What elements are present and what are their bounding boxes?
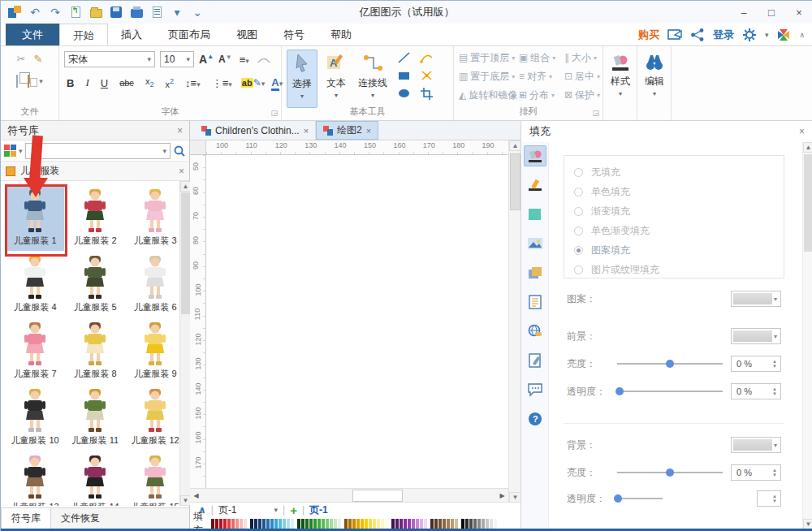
arrange-item[interactable]: ▤置于顶层▾ bbox=[459, 50, 519, 65]
fill-color-swatch[interactable] bbox=[215, 519, 218, 529]
menu-tab-插入[interactable]: 插入 bbox=[108, 24, 155, 45]
fill-color-swatch[interactable] bbox=[486, 519, 489, 529]
fg-brightness-slider[interactable] bbox=[617, 363, 723, 365]
strikethrough-icon[interactable]: abc bbox=[117, 77, 136, 88]
settings-gear-icon[interactable] bbox=[742, 28, 757, 42]
fill-color-swatch[interactable] bbox=[469, 519, 473, 529]
radio-icon[interactable] bbox=[574, 207, 583, 216]
radio-icon[interactable] bbox=[574, 246, 583, 255]
fill-color-swatch[interactable] bbox=[365, 519, 368, 529]
bg-brightness-slider[interactable] bbox=[617, 472, 723, 473]
fill-color-swatch[interactable] bbox=[258, 519, 261, 529]
help-icon[interactable]: ? bbox=[524, 408, 546, 430]
fg-transparency-spinner[interactable]: 0 %▲▼ bbox=[731, 383, 781, 399]
line-shape-icon[interactable] bbox=[397, 51, 412, 64]
scroll-up-icon[interactable]: ▲ bbox=[509, 140, 521, 151]
share-icon[interactable] bbox=[690, 28, 705, 42]
superscript-icon[interactable]: x2 bbox=[162, 76, 176, 90]
scroll-down-icon[interactable]: ▼ bbox=[509, 492, 521, 503]
fill-panel-close-icon[interactable]: × bbox=[799, 126, 805, 137]
horizontal-scroll-thumb[interactable] bbox=[352, 490, 403, 502]
menu-tab-file[interactable]: 文件 bbox=[6, 24, 59, 45]
fill-color-swatch[interactable] bbox=[356, 519, 360, 529]
fill-color-swatch[interactable] bbox=[231, 519, 235, 529]
menu-tab-开始[interactable]: 开始 bbox=[59, 24, 108, 45]
underline-icon[interactable]: U bbox=[98, 76, 110, 90]
fill-option-无填充[interactable]: 无填充 bbox=[574, 162, 784, 182]
feedback-icon[interactable] bbox=[667, 28, 682, 42]
fill-color-swatch[interactable] bbox=[412, 519, 415, 529]
symbol-item[interactable]: 儿童服装 10 bbox=[6, 384, 64, 451]
bg-brightness-spinner[interactable]: 0 %▲▼ bbox=[731, 464, 781, 481]
document-tab[interactable]: 绘图2× bbox=[316, 121, 378, 140]
select-tool-button[interactable]: 选择▾ bbox=[287, 50, 317, 108]
vertical-scrollbar[interactable]: ▲ ▼ bbox=[508, 140, 520, 503]
login-link[interactable]: 登录 bbox=[713, 28, 734, 42]
fill-color-swatch[interactable] bbox=[461, 519, 464, 529]
close-button[interactable]: × bbox=[785, 2, 812, 23]
fill-color-swatch[interactable] bbox=[250, 519, 253, 529]
fill-panel-scrollbar[interactable]: ▲ ▼ bbox=[802, 142, 812, 529]
edit-button[interactable]: 编辑▾ bbox=[639, 50, 670, 108]
scroll-right-icon[interactable]: ▶ bbox=[496, 490, 508, 502]
fill-color-swatch[interactable] bbox=[434, 519, 438, 529]
arc-text-icon[interactable] bbox=[257, 54, 271, 64]
fill-color-swatch[interactable] bbox=[274, 519, 278, 529]
fill-option-单色填充[interactable]: 单色填充 bbox=[574, 182, 784, 201]
fill-color-swatch[interactable] bbox=[381, 519, 384, 529]
symbol-item[interactable]: 儿童服装 13 bbox=[6, 451, 64, 506]
document-tab-close-icon[interactable]: × bbox=[366, 126, 371, 136]
fill-color-swatch[interactable] bbox=[451, 519, 454, 529]
decrease-font-icon[interactable]: A▼ bbox=[218, 54, 232, 65]
fill-color-swatch[interactable] bbox=[344, 519, 348, 529]
library-search-input[interactable]: ▾ bbox=[25, 143, 171, 159]
background-swatch-dropdown[interactable]: ▾ bbox=[731, 437, 781, 453]
fill-color-swatch[interactable] bbox=[447, 519, 450, 529]
comment-icon[interactable] bbox=[524, 379, 546, 400]
fill-color-swatch[interactable] bbox=[404, 519, 407, 529]
fill-color-swatch[interactable] bbox=[283, 519, 286, 529]
arrange-item[interactable]: ∥大小▾ bbox=[564, 50, 600, 65]
fg-transparency-slider[interactable] bbox=[617, 391, 723, 392]
pencil-shape-icon[interactable] bbox=[420, 69, 434, 82]
left-panel-tab-文件恢复[interactable]: 文件恢复 bbox=[51, 508, 110, 529]
symbol-item[interactable]: 儿童服装 15 bbox=[126, 451, 179, 506]
bold-icon[interactable]: B bbox=[64, 76, 76, 90]
fill-color-swatch[interactable] bbox=[266, 519, 270, 529]
fill-color-swatch[interactable] bbox=[279, 519, 282, 529]
fill-color-swatch[interactable] bbox=[395, 519, 399, 529]
arrange-item[interactable]: ⊠保护▾ bbox=[564, 88, 600, 102]
fill-color-swatch[interactable] bbox=[223, 519, 227, 529]
fg-brightness-spinner[interactable]: 0 %▲▼ bbox=[731, 356, 781, 372]
edit-note-icon[interactable] bbox=[524, 350, 546, 371]
fill-color-swatch[interactable] bbox=[408, 519, 411, 529]
arrange-item[interactable]: ▣组合▾ bbox=[519, 50, 564, 65]
note-icon[interactable] bbox=[524, 291, 546, 313]
line-spacing-icon[interactable]: ↕≡▾ bbox=[183, 76, 203, 90]
fill-color-swatch[interactable] bbox=[490, 519, 493, 529]
fill-color-swatch[interactable] bbox=[494, 519, 497, 529]
fill-color-swatch[interactable] bbox=[377, 519, 380, 529]
paste-dropdown-icon[interactable]: ▾ bbox=[39, 77, 43, 85]
paste-icon[interactable] bbox=[28, 76, 29, 87]
symbol-item[interactable]: 儿童服装 9 bbox=[126, 317, 179, 384]
menu-tab-符号[interactable]: 符号 bbox=[270, 24, 317, 45]
fill-color-swatch[interactable] bbox=[482, 519, 485, 529]
active-page-tab[interactable]: 页-1 bbox=[309, 503, 328, 517]
italic-icon[interactable]: I bbox=[83, 76, 91, 90]
fill-color-swatch[interactable] bbox=[305, 519, 309, 529]
copy-icon[interactable] bbox=[16, 76, 18, 87]
add-page-button[interactable]: + bbox=[290, 503, 297, 517]
bg-transparency-slider[interactable] bbox=[617, 498, 663, 499]
fill-color-swatch[interactable] bbox=[301, 519, 304, 529]
minimize-button[interactable]: – bbox=[730, 2, 758, 23]
fill-color-swatch[interactable] bbox=[416, 519, 419, 529]
fill-scroll-thumb[interactable] bbox=[804, 154, 812, 252]
menu-tab-视图[interactable]: 视图 bbox=[223, 24, 270, 45]
print-icon[interactable] bbox=[129, 5, 144, 19]
fill-color-swatch[interactable] bbox=[424, 519, 427, 529]
style-button[interactable]: 样式▾ bbox=[605, 50, 636, 108]
fill-color-swatch[interactable] bbox=[369, 519, 372, 529]
open-icon[interactable] bbox=[89, 5, 103, 19]
radio-icon[interactable] bbox=[574, 227, 583, 235]
